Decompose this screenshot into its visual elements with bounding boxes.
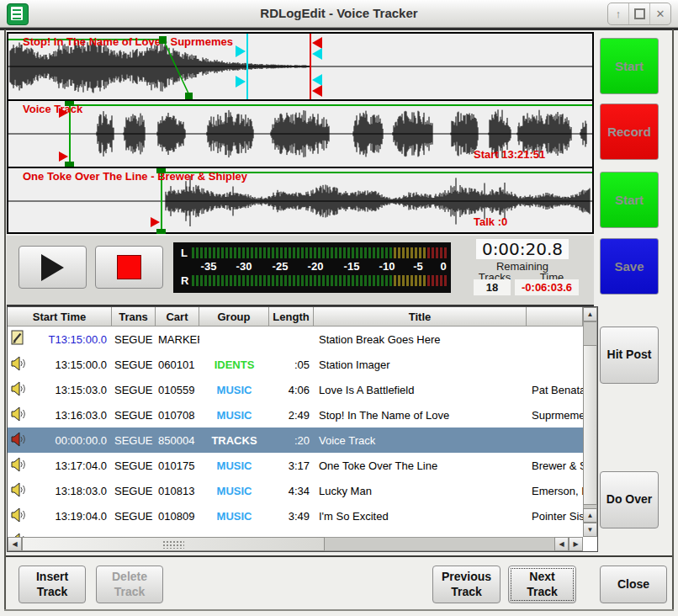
- vu-segment: [373, 275, 375, 286]
- vu-segment: [326, 247, 329, 258]
- track1-segue-end-marker-top[interactable]: [312, 48, 322, 60]
- delete-track-button[interactable]: Delete Track: [96, 566, 163, 603]
- vu-segment: [432, 275, 434, 286]
- track1-end-line[interactable]: [310, 34, 311, 99]
- hscroll-thumb[interactable]: [22, 537, 325, 551]
- log-row[interactable]: 13:20:04.0SEGUE010705MUSIC2:36(Sittin' O…: [8, 528, 583, 537]
- log-row-selected[interactable]: 00:00:00.0SEGUE850004TRACKS:20Voice Trac…: [8, 427, 583, 453]
- track1-end-marker-bottom[interactable]: [312, 85, 322, 97]
- vscroll-thumb[interactable]: [583, 345, 597, 505]
- track1-segue-start-marker-top[interactable]: [236, 45, 246, 57]
- log-header-start-time[interactable]: Start Time: [8, 307, 112, 327]
- track3-start-handle-top[interactable]: [156, 168, 166, 173]
- close-button[interactable]: Close: [600, 566, 667, 603]
- cell-artist: Suprmemes: [527, 409, 583, 422]
- play-button[interactable]: [19, 246, 87, 289]
- speaker-red-icon: [8, 432, 28, 449]
- hscroll-left2-button[interactable]: ◀: [554, 537, 569, 551]
- vu-segment: [221, 275, 224, 286]
- vu-segment: [276, 275, 278, 286]
- track1-end-marker-top[interactable]: [312, 37, 322, 49]
- log-header-trans[interactable]: Trans: [112, 307, 156, 327]
- vu-segment: [289, 275, 291, 286]
- track1-segue-start-line[interactable]: [246, 34, 248, 99]
- track2-start-handle-top[interactable]: [65, 101, 74, 106]
- track2-start-marker-bottom[interactable]: [59, 151, 68, 162]
- maximize-window-button[interactable]: [628, 3, 649, 24]
- track3-start-marker[interactable]: [151, 217, 160, 227]
- start-track3-button[interactable]: Start: [600, 172, 659, 228]
- log-header-blank[interactable]: [527, 307, 583, 327]
- track3-start-handle-bottom[interactable]: [156, 229, 166, 234]
- vu-segment: [368, 247, 371, 258]
- vu-segment: [305, 275, 308, 286]
- speaker-icon: [8, 507, 28, 525]
- start-track1-button[interactable]: Start: [600, 38, 659, 94]
- cell-artist: Pat Benatar: [527, 384, 583, 396]
- hit-post-button[interactable]: Hit Post: [600, 327, 659, 384]
- track1-segue-start-marker-bottom[interactable]: [236, 76, 246, 88]
- track1-segue-end-marker-bottom[interactable]: [312, 74, 322, 86]
- cell-artist: Brewer & Shipley: [527, 459, 583, 472]
- record-button[interactable]: Record: [600, 104, 659, 160]
- vu-segment: [440, 275, 442, 286]
- do-over-button[interactable]: Do Over: [600, 471, 659, 528]
- log-row[interactable]: T13:15:00.0SEGUEMARKERStation Break Goes…: [8, 327, 583, 352]
- vu-left-bar: [192, 247, 448, 258]
- vu-segment: [301, 275, 304, 286]
- vu-segment: [196, 247, 199, 258]
- vu-segment: [411, 247, 413, 258]
- track1-fade-handle-bottom[interactable]: [185, 93, 193, 99]
- close-window-button[interactable]: ✕: [649, 3, 670, 24]
- vu-segment: [398, 247, 400, 258]
- hscroll-right-button[interactable]: ▶: [569, 537, 583, 551]
- cell-group: IDENTS: [199, 358, 269, 371]
- vu-segment: [230, 247, 232, 258]
- vu-segment: [335, 247, 337, 258]
- track2-start-handle-bottom[interactable]: [65, 162, 74, 167]
- vu-segment: [377, 247, 379, 258]
- vu-segment: [192, 247, 194, 258]
- hscroll-left-button[interactable]: ◀: [8, 537, 22, 551]
- save-button[interactable]: Save: [600, 238, 659, 295]
- shade-window-button[interactable]: ↑: [608, 3, 628, 24]
- log-header-cart[interactable]: Cart: [156, 307, 199, 327]
- vu-segment: [263, 247, 266, 258]
- vu-scale-label: -20: [308, 260, 324, 273]
- log-header-length[interactable]: Length: [269, 307, 314, 327]
- log-row[interactable]: 13:15:03.0SEGUE010559MUSIC4:06Love Is A …: [8, 377, 583, 402]
- track2-level-line[interactable]: [71, 104, 592, 106]
- log-row[interactable]: 13:18:03.0SEGUE010813MUSIC4:34Lucky ManE…: [8, 478, 583, 503]
- vscroll-down-button[interactable]: ▼: [583, 523, 597, 537]
- vu-segment: [364, 275, 367, 286]
- vu-segment: [280, 247, 283, 258]
- next-track-button[interactable]: Next Track: [508, 566, 576, 603]
- track2-start-marker-top[interactable]: [59, 108, 68, 118]
- track1-fade-handle-top[interactable]: [159, 36, 167, 44]
- vscroll-up2-button[interactable]: ▲: [583, 508, 597, 523]
- vu-segment: [398, 275, 400, 286]
- previous-track-button[interactable]: Previous Track: [432, 566, 501, 603]
- cell-group: MUSIC: [199, 459, 269, 472]
- vscroll-up-button[interactable]: ▲: [583, 307, 597, 321]
- vu-segment: [213, 275, 215, 286]
- log-row[interactable]: 13:19:04.0SEGUE010809MUSIC3:49I'm So Exc…: [8, 503, 583, 528]
- waveform-track-3[interactable]: One Toke Over The Line - Brewer & Shiple…: [8, 168, 592, 234]
- vu-segment: [364, 247, 367, 258]
- cell-time: 13:15:00.0: [28, 358, 112, 371]
- vu-segment: [318, 247, 320, 258]
- log-header-group[interactable]: Group: [199, 307, 269, 327]
- cell-group: MUSIC: [199, 510, 269, 523]
- vu-segment: [213, 247, 215, 258]
- vu-segment: [402, 275, 405, 286]
- waveform-track-1[interactable]: Stop! In The Name of Love - Suprmemes: [8, 34, 592, 99]
- log-row[interactable]: 13:15:00.0SEGUE060101IDENTS:05Station Im…: [8, 352, 583, 377]
- stop-button[interactable]: [95, 246, 163, 289]
- vu-segment: [209, 247, 211, 258]
- insert-track-button[interactable]: Insert Track: [19, 566, 86, 603]
- vu-segment: [267, 247, 270, 258]
- log-header-title[interactable]: Title: [314, 307, 527, 327]
- log-row[interactable]: 13:16:03.0SEGUE010708MUSIC2:49Stop! In T…: [8, 402, 583, 427]
- waveform-track-2-voice[interactable]: Voice Track Start 13:21:51: [8, 101, 592, 167]
- log-row[interactable]: 13:17:04.0SEGUE010175MUSIC3:17One Toke O…: [8, 453, 583, 478]
